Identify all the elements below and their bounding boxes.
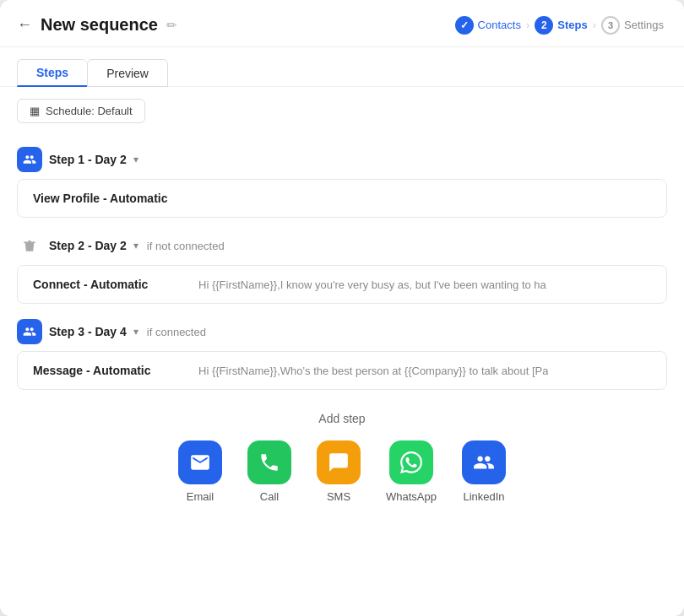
whatsapp-icon [389,440,433,484]
header-left: ← New sequence ✏ [17,15,177,35]
step-header-3: Step 3 - Day 4 ▾ if connected [17,319,667,344]
step1-icon [17,147,42,172]
channel-sms[interactable]: SMS [317,440,361,503]
page-title: New sequence [41,15,158,35]
steps-circle: 2 [535,16,553,35]
step-header-2: Step 2 - Day 2 ▾ if not connected [17,233,667,258]
settings-circle: 3 [601,16,620,35]
header: ← New sequence ✏ Contacts › 2 Steps › 3 … [0,0,684,47]
contacts-circle [455,16,474,35]
stepper: Contacts › 2 Steps › 3 Settings [455,16,664,35]
step3-card-text: Hi {{FirstName}},Who's the best person a… [198,365,548,377]
step2-icon [17,233,42,258]
main-content: Step 1 - Day 2 ▾ View Profile - Automati… [0,123,684,616]
channel-email[interactable]: Email [178,440,222,503]
step3-card-label: Message - Automatic [33,364,185,377]
whatsapp-label: WhatsApp [386,490,437,503]
channel-whatsapp[interactable]: WhatsApp [386,440,437,503]
step-header-1: Step 1 - Day 2 ▾ [17,147,667,172]
back-button[interactable]: ← [17,16,32,34]
tab-preview[interactable]: Preview [87,59,168,87]
main-window: ← New sequence ✏ Contacts › 2 Steps › 3 … [0,0,684,616]
add-step-label: Add step [318,412,365,425]
linkedin-label: LinkedIn [463,490,504,503]
call-label: Call [260,490,279,503]
back-icon: ← [17,16,32,34]
sms-icon [317,440,361,484]
step2-card-label: Connect - Automatic [33,278,185,291]
channel-linkedin[interactable]: LinkedIn [462,440,506,503]
stepper-settings: 3 Settings [601,16,664,35]
channel-icons: Email Call SMS [178,440,506,503]
step1-chevron[interactable]: ▾ [133,154,138,165]
step-row-1: Step 1 - Day 2 ▾ View Profile - Automati… [17,147,667,218]
tabs-bar: Steps Preview [0,47,684,87]
step-row-3: Step 3 - Day 4 ▾ if connected Message - … [17,319,667,390]
schedule-icon: ▦ [30,105,40,117]
arrow-1: › [526,19,529,31]
edit-icon[interactable]: ✏ [166,18,177,33]
stepper-steps: 2 Steps [535,16,587,35]
linkedin-icon [462,440,506,484]
schedule-bar: ▦ Schedule: Default [0,87,684,123]
step3-icon [17,319,42,344]
step2-card-text: Hi {{FirstName}},I know you're very busy… [198,278,546,291]
channel-call[interactable]: Call [247,440,291,503]
step-row-2: Step 2 - Day 2 ▾ if not connected Connec… [17,233,667,304]
email-label: Email [187,490,214,503]
step2-title: Step 2 - Day 2 [49,239,127,252]
step2-card[interactable]: Connect - Automatic Hi {{FirstName}},I k… [17,265,667,304]
arrow-2: › [593,19,596,31]
step3-chevron[interactable]: ▾ [133,326,138,338]
email-icon [178,440,222,484]
step3-card[interactable]: Message - Automatic Hi {{FirstName}},Who… [17,351,667,390]
step3-title: Step 3 - Day 4 [49,325,127,338]
step2-chevron[interactable]: ▾ [133,240,138,251]
tab-steps[interactable]: Steps [17,59,87,87]
add-step-area: Add step Email Call [17,390,667,511]
step1-card-label: View Profile - Automatic [33,192,185,205]
stepper-contacts: Contacts [455,16,521,35]
contacts-label: Contacts [478,19,521,31]
schedule-button[interactable]: ▦ Schedule: Default [17,99,145,123]
sms-label: SMS [327,490,350,503]
steps-label: Steps [557,19,587,31]
schedule-label: Schedule: Default [46,105,133,117]
step1-title: Step 1 - Day 2 [49,153,127,166]
call-icon [247,440,291,484]
step2-condition: if not connected [147,240,225,252]
step1-card[interactable]: View Profile - Automatic [17,179,667,218]
step3-condition: if connected [147,326,206,338]
settings-label: Settings [624,19,664,31]
